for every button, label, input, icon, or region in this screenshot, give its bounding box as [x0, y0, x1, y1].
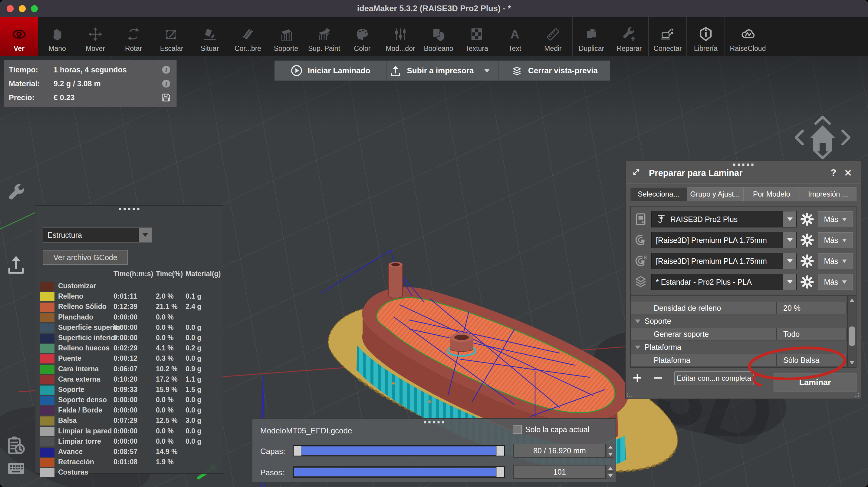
toolbar-item[interactable]: RaiseCloud	[724, 17, 771, 56]
keyboard-shortcuts-icon[interactable]	[4, 459, 28, 478]
table-row[interactable]: Balsa 0:07:29 12.5 % 3.0 g	[35, 415, 223, 426]
upload-to-printer-button[interactable]: Subir a impresora	[386, 61, 498, 81]
remove-setting-button[interactable]: −	[653, 370, 663, 385]
step-number-input[interactable]: 101	[513, 465, 606, 479]
table-row[interactable]: Relleno huecos 0:02:29 4.1 % 0.2 g	[35, 343, 223, 353]
table-row[interactable]: Soporte denso 0:00:00 0.0 % 0.0 g	[35, 395, 223, 405]
pan-left-icon[interactable]	[796, 131, 803, 144]
table-row[interactable]: Planchado 0:00:00 0.0 %	[35, 312, 223, 322]
selector-dropdown[interactable]: RAISE3D Pro2 Plus	[651, 211, 797, 227]
resize-grip[interactable]	[855, 393, 859, 397]
setting-row[interactable]: Densidad de relleno 20 %	[631, 302, 847, 315]
drag-handle[interactable]	[733, 164, 753, 166]
help-button[interactable]: ?	[826, 168, 841, 178]
toolbar-item[interactable]: Cor...bre	[229, 17, 267, 56]
scrollbar-thumb[interactable]	[849, 326, 855, 346]
slice-button[interactable]: Laminar	[774, 373, 857, 392]
drag-handle[interactable]	[119, 208, 139, 210]
gear-icon[interactable]	[800, 275, 814, 289]
toolbar-item[interactable]: Escalar	[153, 17, 191, 56]
add-setting-button[interactable]: +	[632, 370, 642, 385]
print-queue-icon[interactable]	[5, 434, 27, 457]
pan-up-icon[interactable]	[816, 117, 830, 123]
toolbar-item[interactable]: Duplicar	[572, 17, 610, 56]
slice-tab[interactable]: Grupo y Ajust...	[687, 188, 744, 201]
table-row[interactable]: Costuras	[35, 467, 223, 477]
toolbar-item[interactable]: A Text	[496, 17, 534, 56]
setting-value[interactable]: Todo	[777, 328, 846, 340]
save-icon[interactable]	[161, 92, 172, 103]
table-row[interactable]: Limpiar la pared 0:00:00 0.0 % 0.0 g	[35, 426, 223, 436]
layers-range-slider[interactable]	[293, 445, 505, 456]
more-button[interactable]: Más	[818, 274, 853, 290]
toolbar-item[interactable]: Mover	[76, 17, 115, 56]
toolbar-item[interactable]: Mod...dor	[381, 17, 420, 56]
table-row[interactable]: Cara externa 0:10:20 17.2 % 1.1 g	[35, 374, 223, 384]
toolbar-item[interactable]: Soporte	[267, 17, 305, 56]
table-row[interactable]: Relleno 0:01:11 2.0 % 0.1 g	[35, 291, 223, 302]
gear-icon[interactable]	[800, 254, 814, 268]
more-button[interactable]: Más	[818, 253, 853, 269]
resize-grip[interactable]	[627, 393, 632, 397]
pan-down-icon[interactable]	[816, 151, 830, 158]
slice-tab[interactable]: Selecciona...	[630, 188, 687, 201]
toolbar-item[interactable]: Sup. Paint	[305, 17, 343, 56]
collapse-caret-icon[interactable]	[635, 346, 641, 349]
setting-value[interactable]: Sólo Balsa	[777, 354, 846, 367]
settings-wrench-icon[interactable]	[7, 183, 27, 203]
drag-handle[interactable]	[424, 421, 444, 423]
table-row[interactable]: Relleno Sólido 0:12:39 21.1 % 2.4 g	[35, 302, 223, 312]
view-mode-dropdown[interactable]: Estructura	[43, 227, 152, 242]
minimize-window-icon[interactable]	[19, 5, 26, 12]
spin-up-icon[interactable]	[607, 465, 614, 471]
edit-full-config-button[interactable]: Editar con...n completa	[674, 371, 753, 385]
import-model-icon[interactable]	[5, 253, 27, 275]
more-button[interactable]: Más	[818, 211, 853, 227]
table-row[interactable]: Puente 0:00:12 0.3 % 0.0 g	[35, 353, 223, 364]
home-view-icon[interactable]	[810, 125, 835, 151]
setting-value[interactable]: 20 %	[777, 302, 846, 314]
toolbar-item[interactable]: Textura	[458, 17, 496, 56]
toolbar-item[interactable]: Situar	[191, 17, 229, 56]
toolbar-item[interactable]: Librería	[686, 17, 724, 56]
more-button[interactable]: Más	[818, 232, 853, 248]
slider-handle[interactable]	[293, 446, 302, 456]
settings-scrollbar[interactable]	[847, 295, 857, 368]
table-row[interactable]: Soporte 0:09:33 15.9 % 1.5 g	[35, 384, 223, 395]
setting-row[interactable]: Plataforma	[631, 341, 847, 354]
chevron-down-icon[interactable]	[138, 228, 152, 242]
collapse-caret-icon[interactable]	[635, 319, 641, 323]
table-row[interactable]: Falda / Borde 0:00:00 0.0 % 0.0 g	[35, 405, 223, 415]
setting-row[interactable]: Relleno	[631, 295, 847, 302]
table-row[interactable]: Customizar	[35, 281, 223, 291]
view-gcode-button[interactable]: Ver archivo GCode	[43, 250, 128, 265]
collapse-panel-icon[interactable]	[631, 167, 644, 179]
toolbar-item[interactable]: Reparar	[610, 17, 648, 56]
info-icon[interactable]: i	[161, 64, 172, 75]
selector-dropdown[interactable]: [Raise3D] Premium PLA 1.75mm	[651, 253, 797, 269]
selector-dropdown[interactable]: * Estandar - Pro2 Plus - PLA	[651, 274, 797, 290]
pan-right-icon[interactable]	[843, 131, 849, 144]
table-row[interactable]: Cara interna 0:06:07 10.2 % 0.9 g	[35, 364, 223, 374]
chevron-down-icon[interactable]	[783, 253, 796, 269]
table-row[interactable]: Superficie inferior 0:00:00 0.0 % 0.0 g	[35, 333, 223, 343]
slice-tab[interactable]: Impresión ...	[800, 188, 856, 201]
start-print-button[interactable]: Iniciar Laminado	[275, 61, 386, 81]
info-icon[interactable]: i	[161, 78, 172, 89]
setting-row[interactable]: Generar soporte Todo	[631, 328, 847, 341]
gear-icon[interactable]	[800, 212, 814, 226]
slider-handle[interactable]	[496, 467, 504, 477]
spin-up-icon[interactable]	[607, 444, 614, 450]
setting-row[interactable]: Soporte	[631, 315, 847, 328]
scroll-up-icon[interactable]	[848, 296, 856, 304]
toolbar-item[interactable]: Booleano	[420, 17, 458, 56]
toolbar-item[interactable]: Conectar	[648, 17, 686, 56]
spin-down-icon[interactable]	[607, 451, 614, 458]
scroll-down-icon[interactable]	[848, 359, 856, 367]
upload-options-dropdown[interactable]	[479, 61, 495, 81]
close-preview-button[interactable]: Cerrar vista-previa	[498, 61, 610, 81]
table-row[interactable]: Avance 0:08:57 14.9 %	[35, 447, 223, 457]
toolbar-item[interactable]: Medir	[534, 17, 572, 56]
chevron-down-icon[interactable]	[783, 274, 796, 290]
close-panel-button[interactable]: ✕	[841, 168, 855, 179]
